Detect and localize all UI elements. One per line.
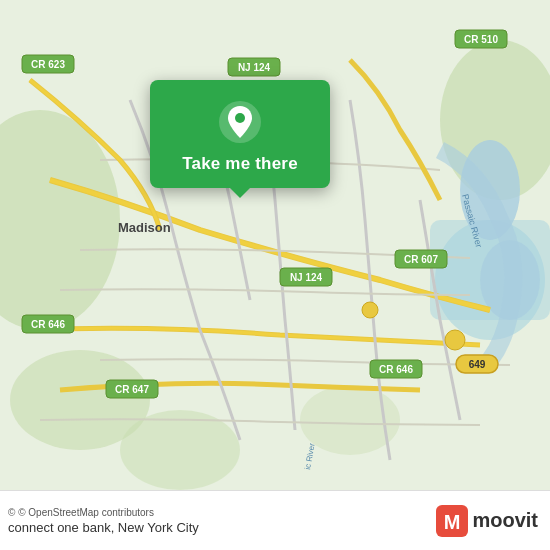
label-649: 649 <box>469 359 486 370</box>
label-madison: Madison <box>118 220 171 235</box>
label-cr646-right: CR 646 <box>379 364 413 375</box>
moovit-icon: M <box>436 505 468 537</box>
svg-text:M: M <box>444 511 461 533</box>
svg-point-11 <box>445 330 465 350</box>
moovit-text: moovit <box>472 509 538 532</box>
label-nj124-top: NJ 124 <box>238 62 271 73</box>
map-container: CR 623 CR 510 NJ 124 CR 608 NJ 124 CR 60… <box>0 0 550 490</box>
copyright-icon: © <box>8 507 15 518</box>
svg-point-10 <box>362 302 378 318</box>
label-cr647: CR 647 <box>115 384 149 395</box>
map-svg: CR 623 CR 510 NJ 124 CR 608 NJ 124 CR 60… <box>0 0 550 490</box>
location-label: connect one bank, New York City <box>8 520 199 535</box>
label-nj124-mid: NJ 124 <box>290 272 323 283</box>
osm-attribution: © © OpenStreetMap contributors <box>8 507 199 518</box>
attribution-text: © OpenStreetMap contributors <box>18 507 154 518</box>
popup-card: Take me there <box>150 80 330 188</box>
moovit-logo: M moovit <box>436 505 538 537</box>
svg-point-6 <box>120 410 240 490</box>
label-cr510: CR 510 <box>464 34 498 45</box>
location-pin-icon <box>218 100 262 144</box>
label-cr646-left: CR 646 <box>31 319 65 330</box>
svg-point-23 <box>235 113 245 123</box>
bottom-left-info: © © OpenStreetMap contributors connect o… <box>8 507 199 535</box>
take-me-there-button[interactable]: Take me there <box>182 154 298 174</box>
label-cr607: CR 607 <box>404 254 438 265</box>
bottom-bar: © © OpenStreetMap contributors connect o… <box>0 490 550 550</box>
label-cr623: CR 623 <box>31 59 65 70</box>
